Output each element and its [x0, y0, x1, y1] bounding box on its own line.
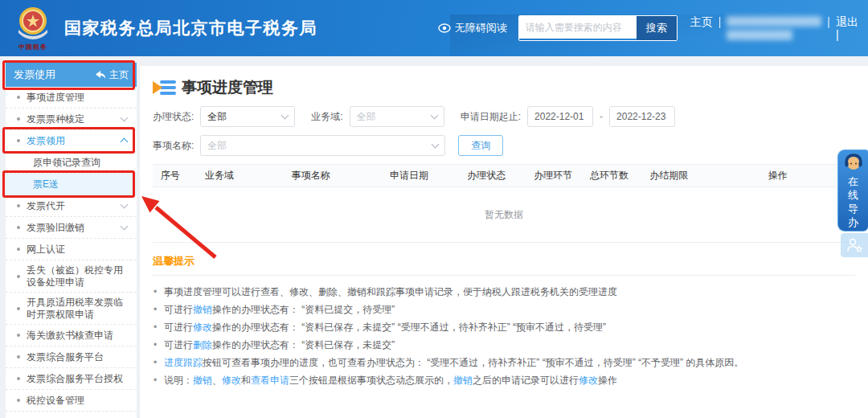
tip-link[interactable]: 修改 — [222, 375, 241, 386]
person-star-glyph — [845, 237, 863, 253]
status-filter-label: 办理状态: — [153, 110, 194, 124]
sidebar-item[interactable]: 发票综合服务平台 — [6, 346, 137, 368]
main-panel: 事项进度管理 办理状态: 全部 业务域: 全部 申请日期起止: 2022-12-… — [140, 66, 868, 418]
bullet-dot-icon — [17, 334, 20, 337]
query-button[interactable]: 查询 — [458, 135, 503, 156]
tip-link[interactable]: 查看申请 — [251, 375, 289, 386]
sidebar-item[interactable]: 税控设备管理 — [6, 390, 137, 412]
header-search: 搜索 — [518, 15, 678, 41]
bullet-dot-icon — [17, 139, 20, 142]
table-column-header: 业务域 — [188, 165, 252, 187]
chevron-down-icon — [121, 223, 129, 231]
tip-item: 事项进度管理可以进行查看、修改、删除、撤销和跟踪事项申请记录，便于纳税人跟进税务… — [153, 283, 855, 301]
sidebar-item-label: 发票验旧缴销 — [27, 222, 118, 234]
bullet-dot-icon — [17, 204, 20, 207]
sidebar-item-label: 原申领记录查询 — [33, 157, 130, 169]
sidebar-item[interactable]: 发票代开 — [6, 195, 137, 217]
accessibility-reading-link[interactable]: 无障碍阅读 — [438, 21, 507, 35]
redacted-text-line — [727, 30, 792, 40]
chevron-down-icon — [121, 114, 129, 122]
header-divider: | — [719, 15, 722, 28]
empty-state-text: 暂无数据 — [153, 187, 855, 243]
sidebar-item[interactable]: 发票领用 — [6, 130, 137, 152]
tip-text: 之后的申请记录可以进行 — [473, 375, 579, 386]
tips-list: 事项进度管理可以进行查看、修改、删除、撤销和跟踪事项申请记录，便于纳税人跟进税务… — [153, 283, 855, 389]
tip-link[interactable]: 修改 — [193, 322, 212, 333]
tip-link[interactable]: 进度跟踪 — [164, 357, 203, 368]
tip-item: 说明：撤销、修改和查看申请三个按钮是根据事项状态动态展示的，撤销之后的申请记录可… — [153, 371, 855, 389]
tip-text: 、 — [212, 375, 222, 386]
bullet-dot-icon — [17, 275, 20, 278]
sidebar-item[interactable]: 发票验旧缴销 — [6, 217, 137, 239]
redacted-text-line — [727, 16, 821, 27]
sidebar-home-label: 主页 — [109, 68, 129, 82]
sidebar-item[interactable]: 原申领记录查询 — [6, 152, 137, 174]
site-title: 国家税务总局北京市电子税务局 — [64, 17, 317, 39]
user-area: 主页 | | 退出 | — [690, 15, 858, 41]
date-from-input[interactable]: 2022-12-01 — [527, 106, 593, 127]
bullet-dot-icon — [17, 355, 20, 359]
item-name-filter-label: 事项名称: — [153, 139, 194, 153]
logout-link[interactable]: 退出 — [836, 15, 858, 28]
sidebar-item[interactable]: 发票综合服务平台授权 — [6, 368, 137, 390]
date-range-label: 申请日期起止: — [461, 110, 521, 124]
header-divider: | — [827, 15, 830, 28]
sidebar-home-link[interactable]: 主页 — [96, 68, 129, 82]
top-header: 中国税务 国家税务总局北京市电子税务局 无障碍阅读 搜索 主页 | | 退出 | — [0, 0, 868, 56]
user-name-redacted — [727, 16, 821, 40]
table-column-header: 操作 — [701, 165, 855, 187]
tip-link[interactable]: 撤销 — [453, 375, 473, 386]
sidebar-item-label: 发票代开 — [27, 200, 118, 212]
tip-item: 可进行删除操作的办理状态有： “资料已保存，未提交” — [153, 336, 855, 354]
tip-link[interactable]: 修改 — [579, 375, 598, 386]
date-from-value: 2022-12-01 — [534, 111, 583, 122]
sidebar-item-label: 海关缴款书核查申请 — [27, 330, 130, 342]
tip-item: 可进行撤销操作的办理状态有： “资料已提交，待受理” — [153, 301, 855, 318]
bullet-dot-icon — [17, 226, 20, 229]
tip-text: 操作 — [598, 375, 617, 386]
tip-text: 可进行 — [164, 304, 193, 315]
tip-item: 可进行修改操作的办理状态有： “资料已保存，未提交” “受理不通过，待补齐补正”… — [153, 318, 855, 336]
online-guide-tab[interactable]: 在线导办 — [837, 150, 868, 232]
tip-text: 可进行 — [164, 339, 193, 350]
search-button[interactable]: 搜索 — [637, 16, 677, 40]
tip-link[interactable]: 撤销 — [193, 375, 212, 386]
sidebar-item-label: 网上认证 — [27, 244, 130, 256]
back-arrow-icon — [96, 71, 106, 80]
sidebar-item-label: 发票领用 — [27, 135, 118, 147]
search-input[interactable] — [519, 16, 637, 39]
date-to-input[interactable]: 2022-12-23 — [609, 106, 675, 127]
sidebar-menu: 事项进度管理发票票种核定发票领用原申领记录查询票E送发票代开发票验旧缴销网上认证… — [6, 87, 137, 412]
date-to-value: 2022-12-23 — [616, 111, 665, 122]
item-name-select-value: 全部 — [207, 139, 227, 153]
sidebar-item[interactable]: 票E送 — [6, 174, 137, 195]
sidebar-item[interactable]: 事项进度管理 — [6, 87, 137, 109]
sidebar-category-title: 发票使用 — [14, 68, 96, 82]
item-name-select[interactable]: 全部 — [200, 135, 445, 156]
home-link[interactable]: 主页 — [690, 15, 713, 30]
sidebar-item[interactable]: 丢失（被盗）税控专用设备处理申请 — [6, 260, 137, 293]
tip-text: 和 — [241, 375, 251, 386]
sidebar-item[interactable]: 开具原适用税率发票临时开票权限申请 — [6, 293, 137, 325]
bullet-dot-icon — [17, 399, 20, 402]
domain-select-value: 全部 — [357, 110, 376, 124]
sidebar-item-label: 票E送 — [33, 178, 130, 191]
sidebar-item-label: 发票综合服务平台 — [27, 351, 130, 363]
items-table: 序号业务域事项名称申请日期办理状态办理环节总环节数办结期限操作 暂无数据 — [153, 164, 855, 243]
tip-link[interactable]: 删除 — [193, 339, 212, 350]
tip-link[interactable]: 撤销 — [193, 304, 212, 315]
table-column-header: 申请日期 — [371, 165, 448, 187]
bullet-dot-icon — [17, 248, 20, 251]
tip-text: 操作的办理状态有： “资料已保存，未提交” “受理不通过，待补齐补正” “预审不… — [212, 322, 606, 333]
business-domain-select[interactable]: 全部 — [350, 106, 444, 127]
bullet-dot-icon — [17, 117, 20, 121]
sidebar-item[interactable]: 海关缴款书核查申请 — [6, 325, 137, 346]
status-select-value: 全部 — [207, 110, 227, 124]
table-column-header: 办理状态 — [448, 165, 525, 187]
sidebar-item-label: 开具原适用税率发票临时开票权限申请 — [27, 297, 130, 321]
status-select[interactable]: 全部 — [200, 106, 295, 127]
sidebar-item[interactable]: 网上认证 — [6, 239, 137, 260]
online-guide-label: 在线导办 — [848, 174, 859, 229]
sidebar-item[interactable]: 发票票种核定 — [6, 109, 137, 130]
person-star-icon[interactable] — [841, 233, 868, 257]
